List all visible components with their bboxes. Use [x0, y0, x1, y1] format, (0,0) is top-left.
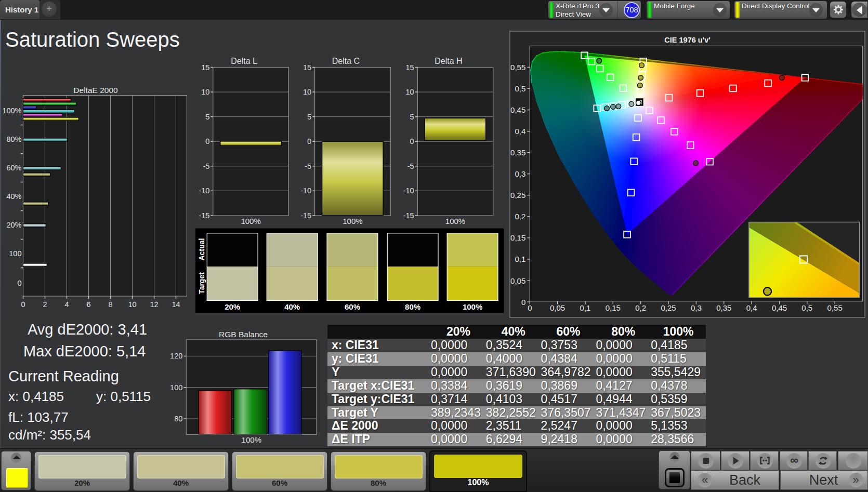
- svg-text:Actual: Actual: [198, 238, 206, 261]
- svg-text:100%: 100%: [463, 302, 482, 311]
- svg-text:-5: -5: [407, 162, 414, 170]
- svg-text:20%: 20%: [225, 302, 240, 311]
- svg-text:-15: -15: [199, 211, 209, 220]
- svg-text:60%: 60%: [6, 164, 21, 172]
- svg-text:0,1: 0,1: [515, 255, 525, 263]
- svg-text:15: 15: [303, 63, 311, 72]
- svg-text:0,15: 0,15: [606, 303, 621, 312]
- svg-text:100%: 100%: [242, 435, 261, 444]
- svg-text:15: 15: [201, 63, 209, 72]
- svg-text:100%: 100%: [445, 217, 465, 225]
- svg-text:0,2: 0,2: [635, 303, 646, 312]
- svg-text:10: 10: [303, 88, 311, 96]
- svg-text:5: 5: [410, 113, 414, 121]
- svg-text:0,55: 0,55: [827, 303, 843, 312]
- svg-text:0,4: 0,4: [515, 127, 525, 136]
- svg-text:14: 14: [172, 300, 180, 309]
- svg-text:-10: -10: [199, 187, 209, 195]
- svg-text:-15: -15: [403, 211, 414, 220]
- svg-text:0,15: 0,15: [510, 233, 525, 242]
- svg-text:12: 12: [150, 300, 158, 309]
- svg-text:0: 0: [410, 137, 414, 145]
- svg-text:Delta C: Delta C: [332, 57, 360, 65]
- svg-text:0: 0: [205, 137, 209, 145]
- svg-text:-5: -5: [203, 162, 209, 170]
- svg-text:100%: 100%: [241, 217, 260, 225]
- svg-text:0,05: 0,05: [550, 303, 565, 312]
- svg-text:0,2: 0,2: [515, 212, 525, 221]
- svg-text:20%: 20%: [6, 221, 21, 229]
- svg-text:120: 120: [170, 352, 182, 360]
- svg-text:0,3: 0,3: [691, 303, 702, 312]
- svg-text:0: 0: [521, 298, 525, 307]
- svg-text:60%: 60%: [345, 302, 360, 311]
- svg-text:0,05: 0,05: [510, 276, 525, 285]
- svg-text:CIE 1976 u'v': CIE 1976 u'v': [664, 36, 710, 44]
- svg-text:100%: 100%: [343, 217, 362, 225]
- svg-text:0,25: 0,25: [661, 303, 676, 312]
- svg-text:4: 4: [64, 300, 69, 309]
- svg-text:Target: Target: [198, 272, 206, 294]
- svg-text:80: 80: [174, 415, 182, 423]
- svg-text:0: 0: [21, 300, 25, 309]
- svg-text:Delta H: Delta H: [435, 57, 462, 65]
- svg-text:Delta L: Delta L: [231, 57, 257, 65]
- svg-text:0: 0: [307, 137, 311, 145]
- svg-text:0,55: 0,55: [510, 63, 525, 72]
- svg-text:80%: 80%: [405, 302, 420, 311]
- svg-text:0,1: 0,1: [580, 303, 591, 312]
- svg-text:10: 10: [128, 300, 136, 309]
- svg-text:5: 5: [205, 113, 209, 121]
- svg-text:0,35: 0,35: [716, 303, 731, 312]
- svg-text:-10: -10: [403, 187, 414, 195]
- svg-text:40%: 40%: [284, 302, 300, 311]
- svg-text:0,4: 0,4: [746, 303, 757, 312]
- svg-text:-5: -5: [305, 162, 311, 170]
- svg-text:0: 0: [528, 303, 532, 312]
- svg-text:10: 10: [406, 88, 414, 96]
- svg-text:0: 0: [17, 279, 21, 287]
- svg-text:2: 2: [43, 300, 47, 309]
- svg-text:80%: 80%: [6, 135, 21, 143]
- svg-text:0,3: 0,3: [515, 169, 525, 178]
- svg-text:DeltaE 2000: DeltaE 2000: [73, 86, 118, 95]
- svg-text:0,35: 0,35: [510, 148, 525, 157]
- svg-text:0,5: 0,5: [801, 303, 812, 312]
- svg-text:0,5: 0,5: [515, 84, 525, 93]
- svg-text:8: 8: [108, 300, 112, 309]
- svg-text:0,45: 0,45: [772, 303, 787, 312]
- svg-text:5: 5: [307, 113, 311, 121]
- svg-text:0,45: 0,45: [510, 105, 525, 114]
- svg-text:0,25: 0,25: [510, 191, 525, 200]
- svg-text:40%: 40%: [6, 192, 21, 201]
- svg-text:100: 100: [170, 383, 182, 392]
- svg-text:10: 10: [201, 88, 209, 96]
- svg-text:6: 6: [86, 300, 90, 309]
- svg-text:-15: -15: [300, 211, 311, 220]
- svg-text:-10: -10: [300, 187, 311, 195]
- svg-text:100: 100: [9, 249, 21, 258]
- svg-text:RGB Balance: RGB Balance: [219, 330, 268, 339]
- svg-text:100%: 100%: [2, 107, 21, 115]
- svg-text:15: 15: [406, 63, 414, 72]
